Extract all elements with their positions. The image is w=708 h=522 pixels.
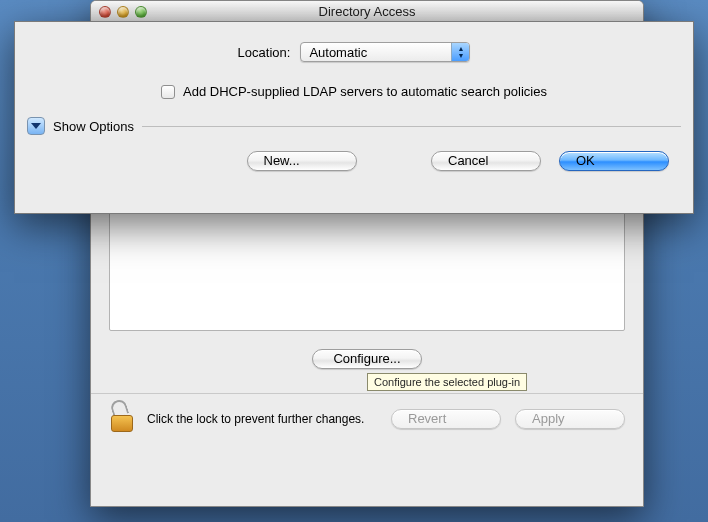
unlocked-padlock-icon[interactable] [109, 404, 137, 434]
revert-button[interactable]: Revert [391, 409, 501, 429]
ok-button[interactable]: OK [559, 151, 669, 171]
show-options-label: Show Options [53, 119, 134, 134]
configure-tooltip: Configure the selected plug-in [367, 373, 527, 391]
titlebar: Directory Access [91, 1, 643, 23]
close-icon[interactable] [99, 6, 111, 18]
minimize-icon[interactable] [117, 6, 129, 18]
popup-arrows-icon: ▲▼ [451, 43, 469, 61]
location-value: Automatic [309, 45, 367, 60]
dhcp-checkbox[interactable] [161, 85, 175, 99]
configure-button[interactable]: Configure... [312, 349, 422, 369]
location-label: Location: [238, 45, 291, 60]
zoom-icon[interactable] [135, 6, 147, 18]
cancel-button[interactable]: Cancel [431, 151, 541, 171]
divider [142, 126, 681, 127]
new-button[interactable]: New... [247, 151, 357, 171]
apply-button[interactable]: Apply [515, 409, 625, 429]
dhcp-label: Add DHCP-supplied LDAP servers to automa… [183, 84, 547, 99]
lock-text: Click the lock to prevent further change… [147, 412, 381, 426]
location-popup[interactable]: Automatic ▲▼ [300, 42, 470, 62]
window-title: Directory Access [91, 4, 643, 19]
ldap-options-sheet: Location: Automatic ▲▼ Add DHCP-supplied… [14, 21, 694, 214]
show-options-disclosure[interactable] [27, 117, 45, 135]
